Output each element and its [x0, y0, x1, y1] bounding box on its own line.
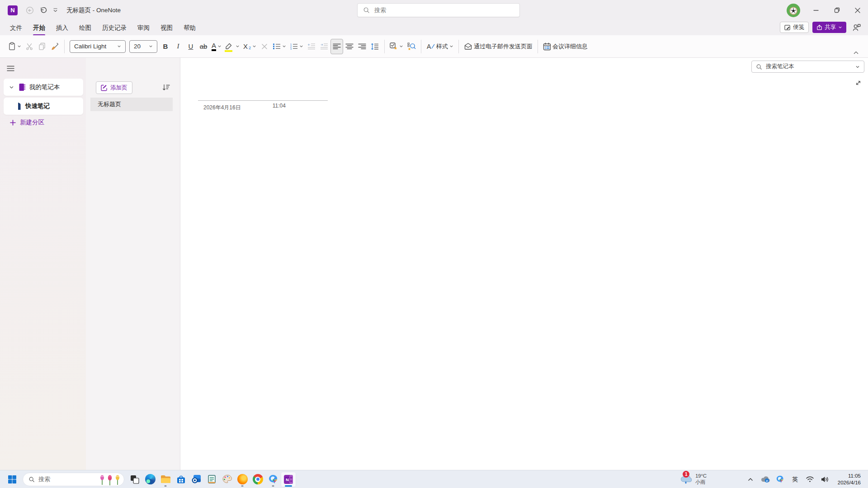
- tab-file[interactable]: 文件: [5, 21, 28, 35]
- person-chat-icon: [853, 23, 861, 31]
- tab-draw[interactable]: 绘图: [74, 21, 97, 35]
- bold-button[interactable]: B: [159, 39, 172, 54]
- underline-button[interactable]: U: [184, 39, 197, 54]
- taskbar-search-placeholder: 搜索: [38, 475, 95, 483]
- sort-pages-button[interactable]: [162, 84, 170, 91]
- back-icon: [26, 6, 34, 14]
- volume-status-icon[interactable]: [819, 473, 831, 486]
- taskbar-paint-button[interactable]: [219, 472, 235, 487]
- notebook-search-box[interactable]: 搜索笔记本: [751, 61, 864, 73]
- taskbar-chrome-button[interactable]: [250, 472, 265, 487]
- add-page-button[interactable]: 添加页: [96, 81, 132, 94]
- task-view-button[interactable]: [127, 472, 142, 487]
- decrease-indent-button[interactable]: [305, 39, 318, 54]
- divider: [538, 40, 538, 53]
- navigation-menu-button[interactable]: [5, 62, 16, 74]
- new-section-button[interactable]: 新建分区: [10, 118, 44, 127]
- close-button[interactable]: [847, 0, 868, 20]
- collapse-ribbon-button[interactable]: [853, 51, 859, 55]
- bullet-list-button[interactable]: [271, 39, 288, 54]
- restore-button[interactable]: [826, 0, 847, 20]
- taskbar-right: 1 19°C 小雨 e 英: [676, 472, 863, 487]
- minimize-button[interactable]: [806, 0, 826, 20]
- page-canvas[interactable]: 搜索笔记本 2026年4月16日 11:04: [180, 58, 868, 470]
- meeting-details-button[interactable]: 会议详细信息: [541, 39, 590, 54]
- taskbar-clock[interactable]: 11:05 2026/4/16: [838, 473, 863, 486]
- taskbar-search-box[interactable]: 搜索: [23, 473, 124, 486]
- notebook-item[interactable]: 我的笔记本: [4, 79, 83, 96]
- clear-formatting-button[interactable]: [258, 39, 271, 54]
- format-painter-button[interactable]: [48, 39, 61, 54]
- taskbar-firefox-button[interactable]: [235, 472, 250, 487]
- weather-widget[interactable]: 1 19°C 小雨: [676, 472, 710, 487]
- sticky-notes-button[interactable]: 便笺: [780, 22, 809, 33]
- chevron-down-icon: [149, 44, 153, 48]
- tab-insert[interactable]: 插入: [51, 21, 74, 35]
- scissors-icon: [26, 43, 33, 50]
- font-name-select[interactable]: Calibri Light: [70, 40, 126, 53]
- title-bar: N 无标题页 - OneNote 搜索: [0, 0, 868, 20]
- decrease-indent-icon: [307, 43, 316, 50]
- subscript-button[interactable]: X2: [241, 39, 258, 54]
- ime-language-indicator[interactable]: 英: [789, 473, 801, 486]
- fullscreen-toggle-button[interactable]: [855, 80, 862, 86]
- align-left-button[interactable]: [330, 39, 343, 54]
- contact-presence-button[interactable]: [850, 23, 863, 31]
- font-size-select[interactable]: 20: [129, 40, 157, 53]
- start-button[interactable]: [5, 472, 20, 487]
- align-center-button[interactable]: [343, 39, 356, 54]
- tray-chat-app-icon[interactable]: [774, 473, 786, 486]
- chevron-down-icon: [236, 44, 240, 48]
- account-avatar[interactable]: [787, 4, 800, 17]
- underline-glyph: U: [189, 42, 193, 50]
- tab-history[interactable]: 历史记录: [97, 21, 132, 35]
- undo-button[interactable]: [37, 4, 50, 17]
- strikethrough-button[interactable]: ab: [197, 39, 210, 54]
- customize-quick-access-button[interactable]: [50, 4, 60, 17]
- taskbar-edge-button[interactable]: [142, 472, 158, 487]
- tray-show-hidden-icons-button[interactable]: [745, 473, 756, 486]
- paste-button[interactable]: [6, 39, 23, 54]
- chat-app-icon: [268, 474, 278, 484]
- email-page-button[interactable]: 通过电子邮件发送页面: [462, 39, 534, 54]
- chevron-down-icon: [299, 44, 303, 48]
- onenote-app-icon: N: [8, 5, 18, 15]
- italic-button[interactable]: I: [172, 39, 184, 54]
- chevron-up-icon: [853, 51, 859, 55]
- taskbar-outlook-button[interactable]: [189, 472, 204, 487]
- align-right-button[interactable]: [356, 39, 368, 54]
- undo-icon: [40, 6, 47, 14]
- increase-indent-icon: [320, 43, 328, 50]
- taskbar-store-button[interactable]: [173, 472, 189, 487]
- tab-help[interactable]: 帮助: [178, 21, 201, 35]
- page-list-item[interactable]: 无标题页: [90, 98, 173, 111]
- tab-home[interactable]: 开始: [28, 21, 51, 35]
- taskbar-notepad-button[interactable]: [204, 472, 219, 487]
- back-button[interactable]: [23, 4, 37, 17]
- numbered-list-button[interactable]: 123: [288, 39, 305, 54]
- find-tags-button[interactable]: [405, 39, 418, 54]
- title-search-box[interactable]: 搜索: [357, 3, 520, 17]
- search-icon: [28, 476, 35, 483]
- note-pencil-icon: [784, 24, 791, 31]
- highlight-button[interactable]: [223, 39, 241, 54]
- tab-review[interactable]: 审阅: [132, 21, 155, 35]
- cut-button[interactable]: [23, 39, 36, 54]
- taskbar-onenote-button[interactable]: N: [281, 472, 296, 487]
- tray-cloud-sync-icon[interactable]: e: [760, 473, 771, 486]
- tag-button[interactable]: [388, 39, 405, 54]
- svg-text:N: N: [286, 477, 289, 482]
- section-item-quick-notes[interactable]: 快速笔记: [4, 98, 83, 115]
- taskbar-file-explorer-button[interactable]: [158, 472, 173, 487]
- copy-button[interactable]: [36, 39, 48, 54]
- taskbar-chat-app-button[interactable]: [265, 472, 281, 487]
- styles-button[interactable]: A 样式: [425, 39, 455, 54]
- wifi-status-icon[interactable]: [804, 473, 816, 486]
- share-button[interactable]: 共享: [812, 22, 846, 33]
- line-spacing-button[interactable]: [368, 39, 381, 54]
- font-color-button[interactable]: A: [210, 39, 223, 54]
- tab-view[interactable]: 视图: [155, 21, 178, 35]
- increase-indent-button[interactable]: [318, 39, 330, 54]
- chevron-down-icon: [282, 44, 286, 48]
- page-title: 无标题页: [98, 100, 121, 108]
